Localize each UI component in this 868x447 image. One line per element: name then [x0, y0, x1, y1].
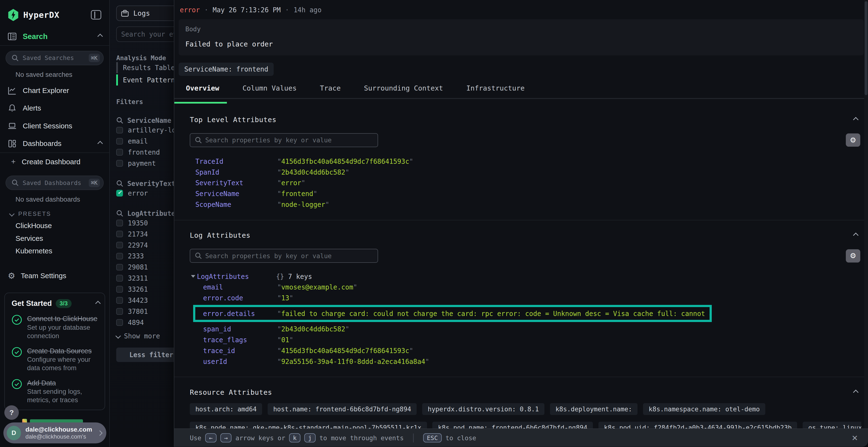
filter-group-severitytext[interactable]: SeverityText: [116, 180, 174, 187]
resource-chip[interactable]: k8s.namespace.name: otel-demo: [643, 403, 765, 415]
resource-chip[interactable]: host.name: frontend-6b6c8d7bfd-ng894: [268, 403, 416, 415]
filter-option[interactable]: payment: [116, 158, 174, 169]
sidebar-item-alerts[interactable]: Alerts: [0, 100, 109, 117]
event-search-box[interactable]: [116, 27, 174, 42]
sidebar-item-search[interactable]: Search: [0, 28, 109, 45]
filter-option[interactable]: 22974: [116, 240, 174, 250]
scrollbar-thumb[interactable]: [865, 1, 867, 95]
resource-attributes-header[interactable]: Resource Attributes: [190, 388, 861, 397]
chevron-up-icon[interactable]: [853, 233, 859, 238]
filter-option[interactable]: 2333: [116, 251, 174, 262]
presets-toggle[interactable]: PRESETS: [0, 207, 109, 219]
filter-option[interactable]: 37801: [116, 306, 174, 317]
checkbox[interactable]: [116, 149, 123, 156]
filter-option[interactable]: 19350: [116, 218, 174, 228]
checkbox[interactable]: [116, 319, 123, 326]
sidebar-item-team-settings[interactable]: ⚙ Team Settings: [0, 266, 109, 285]
sidebar-item-services[interactable]: Services: [0, 232, 109, 244]
filter-option[interactable]: 33261: [116, 284, 174, 295]
filter-option[interactable]: 34423: [116, 295, 174, 306]
attribute-row[interactable]: ServiceName"frontend": [195, 188, 861, 199]
filter-option[interactable]: email: [116, 136, 174, 147]
checkbox[interactable]: [116, 286, 123, 293]
sidebar-item-client-sessions[interactable]: Client Sessions: [0, 117, 109, 135]
attributes-settings-button[interactable]: ⚙: [846, 133, 860, 147]
checkbox[interactable]: [116, 242, 123, 248]
sidebar-item-chart-explorer[interactable]: Chart Explorer: [0, 82, 109, 99]
checkbox[interactable]: [116, 275, 123, 281]
tab-column-values[interactable]: Column Values: [243, 84, 297, 98]
attribute-row[interactable]: email"vmoses@example.com": [195, 282, 861, 293]
checkbox[interactable]: [116, 297, 123, 304]
sidebar-item-dashboards[interactable]: Dashboards: [0, 135, 109, 152]
filter-option[interactable]: 32311: [116, 273, 174, 283]
checkbox[interactable]: [116, 253, 123, 260]
tab-surrounding-context[interactable]: Surrounding Context: [364, 84, 443, 98]
show-more-button[interactable]: Show more: [116, 332, 174, 340]
log-attributes-root[interactable]: LogAttributes {} 7 keys: [190, 271, 861, 282]
log-attributes-header[interactable]: Log Attributes: [190, 231, 861, 239]
filter-group-servicename[interactable]: ServiceName: [116, 116, 174, 124]
source-select[interactable]: Logs: [116, 5, 174, 21]
resource-chip[interactable]: host.arch: amd64: [190, 403, 262, 415]
tab-infrastructure[interactable]: Infrastructure: [466, 84, 525, 98]
checkbox[interactable]: [116, 127, 123, 134]
help-button[interactable]: ?: [4, 405, 19, 420]
filter-option[interactable]: 29081: [116, 262, 174, 272]
keyboard-hints-bar: Use ← → arrow keys or k j to move throug…: [174, 428, 868, 447]
attribute-row[interactable]: trace_id"4156d3fbc40a64854d9dc7f68641593…: [195, 345, 861, 356]
filter-option[interactable]: 21734: [116, 229, 174, 239]
tab-trace[interactable]: Trace: [320, 84, 341, 98]
attribute-row[interactable]: ScopeName"node-logger": [195, 199, 861, 210]
checkbox[interactable]: [116, 231, 123, 238]
filter-option[interactable]: 4894: [116, 317, 174, 328]
chevron-up-icon[interactable]: [853, 117, 859, 123]
attribute-row[interactable]: SpanId"2b43d0c4dd6bc582": [195, 167, 861, 177]
get-started-item[interactable]: Add Data Start sending logs, metrics, or…: [11, 379, 99, 404]
resource-chip[interactable]: k8s.deployment.name:: [550, 403, 638, 415]
mode-event-patterns[interactable]: Event Patterns: [116, 74, 174, 86]
user-menu[interactable]: D dale@clickhouse.com dale@clickhouse.co…: [3, 422, 106, 443]
get-started-item[interactable]: Connect to ClickHouse Set up your databa…: [11, 314, 99, 340]
highlighted-attribute-row[interactable]: error.details"failed to charge card: cou…: [193, 305, 712, 322]
service-name-chip[interactable]: ServiceName: frontend: [179, 63, 274, 76]
mode-results-table[interactable]: Results Table: [116, 62, 174, 74]
attributes-settings-button[interactable]: ⚙: [846, 249, 860, 263]
resource-chip[interactable]: hyperdx.distro.version: 0.8.1: [422, 403, 545, 415]
chevron-up-icon[interactable]: [853, 390, 859, 395]
attribute-row[interactable]: SeverityText"error": [195, 177, 861, 188]
log-attributes-search-input[interactable]: [205, 252, 373, 260]
filter-option[interactable]: frontend: [116, 147, 174, 158]
create-dashboard-button[interactable]: + Create Dashboard: [0, 153, 109, 171]
collapse-sidebar-icon[interactable]: [91, 10, 101, 20]
panel-scrollbar[interactable]: [864, 0, 868, 428]
filter-group-logattributes[interactable]: LogAttributes: [116, 209, 174, 217]
attribute-row[interactable]: userId"92a55156-39a4-11f0-8ddd-a2eca416a…: [195, 356, 861, 367]
close-icon[interactable]: ✕: [851, 434, 858, 443]
saved-dashboards-input[interactable]: Saved Dashboards ⌘K: [5, 176, 104, 190]
filter-option-error[interactable]: error: [116, 188, 174, 199]
attribute-row[interactable]: TraceId"4156d3fbc40a64854d9dc7f68641593c…: [195, 156, 861, 167]
get-started-item[interactable]: Create Data Sources Configure where your…: [11, 347, 99, 372]
checkbox[interactable]: [116, 160, 123, 167]
attribute-row[interactable]: error.code"13": [195, 293, 861, 304]
attribute-row[interactable]: trace_flags"01": [195, 335, 861, 345]
saved-searches-input[interactable]: Saved Searches ⌘K: [5, 51, 104, 65]
checkbox[interactable]: [116, 264, 123, 271]
filter-option[interactable]: artillery-loa: [116, 125, 174, 136]
sidebar-item-clickhouse[interactable]: ClickHouse: [0, 219, 109, 232]
less-filters-button[interactable]: Less filters: [116, 347, 174, 362]
top-attributes-search-box[interactable]: [190, 133, 378, 147]
event-search-input[interactable]: [121, 30, 174, 38]
checkbox[interactable]: [116, 308, 123, 315]
checkbox[interactable]: [116, 220, 123, 227]
sidebar-item-kubernetes[interactable]: Kubernetes: [0, 245, 109, 257]
checkbox[interactable]: [116, 138, 123, 145]
tab-overview[interactable]: Overview: [186, 84, 219, 98]
attribute-row[interactable]: span_id"2b43d0c4dd6bc582": [195, 324, 861, 335]
top-attributes-search-input[interactable]: [205, 136, 373, 144]
chevron-up-icon[interactable]: [95, 301, 101, 306]
top-level-attributes-header[interactable]: Top Level Attributes: [190, 115, 861, 124]
log-attributes-search-box[interactable]: [190, 249, 378, 263]
checkbox-checked[interactable]: [116, 190, 123, 197]
